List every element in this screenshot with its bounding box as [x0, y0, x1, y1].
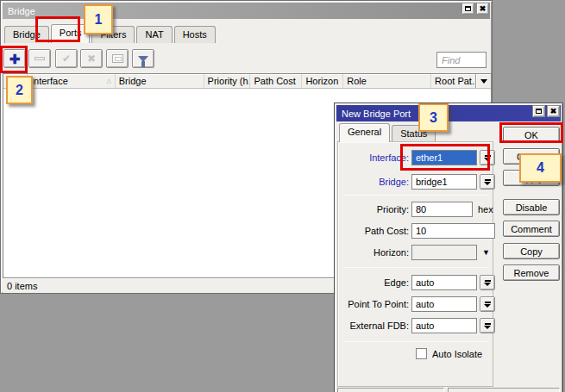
bridge-window-title: Bridge	[8, 6, 35, 16]
horizon-expand-arrow-icon[interactable]: ▼	[482, 248, 490, 257]
callout-3: 3	[418, 103, 449, 132]
interface-label: Interface:	[342, 152, 409, 163]
remove-button[interactable]	[28, 49, 51, 68]
dialog-titlebar[interactable]: New Bridge Port	[336, 105, 561, 121]
minus-icon	[35, 57, 45, 60]
auto-isolate-row: Auto Isolate	[342, 347, 557, 364]
tab-nat[interactable]: NAT	[136, 26, 172, 43]
callout-1: 1	[84, 4, 113, 34]
edge-label: Edge:	[342, 277, 409, 288]
annotation-rect-ports-tab	[35, 16, 80, 42]
dropdown-icon	[484, 302, 491, 308]
column-header-horizon[interactable]: Horizon	[302, 74, 343, 88]
priority-label: Priority:	[342, 204, 409, 215]
cross-icon: ✖	[87, 53, 96, 64]
dialog-close-button[interactable]: ✖	[547, 105, 560, 117]
disable-button[interactable]: Disable	[503, 199, 560, 215]
find-placeholder: Find	[442, 55, 460, 65]
path-cost-input[interactable]: 10	[411, 223, 495, 239]
annotation-rect-add-button	[0, 46, 28, 73]
remove-button[interactable]: Remove	[503, 264, 560, 281]
bridge-combo[interactable]: bridge1	[411, 174, 477, 190]
column-header-role[interactable]: Role	[343, 74, 431, 88]
comment-button[interactable]: Comment	[503, 221, 560, 237]
maximize-icon	[536, 109, 542, 114]
filter-funnel-icon	[138, 56, 148, 62]
tab-general[interactable]: General	[339, 123, 390, 142]
path-cost-label: Path Cost:	[342, 226, 409, 236]
column-header-root-path[interactable]: Root Pat...	[431, 74, 475, 88]
auto-isolate-checkbox[interactable]	[416, 348, 427, 359]
maximize-icon	[465, 6, 471, 11]
tab-hosts[interactable]: Hosts	[174, 26, 216, 43]
column-header-path-cost[interactable]: Path Cost	[250, 74, 302, 88]
field-row-external-fdb: External FDB: auto	[342, 318, 557, 335]
bridge-label: Bridge:	[342, 177, 409, 187]
priority-input[interactable]: 80	[411, 202, 473, 217]
dialog-title: New Bridge Port	[342, 109, 411, 119]
copy-button[interactable]: Copy	[503, 243, 560, 259]
column-header-priority[interactable]: Priority (h...	[204, 74, 251, 88]
find-input[interactable]: Find	[436, 52, 487, 68]
separator	[343, 341, 488, 342]
field-row-point-to-point: Point To Point: auto	[342, 296, 557, 314]
close-button[interactable]: ✖	[476, 3, 489, 15]
disable-button-toolbar[interactable]: ✖	[80, 49, 103, 68]
maximize-button[interactable]	[461, 3, 474, 15]
chevron-down-icon	[480, 79, 487, 84]
comment-button-toolbar[interactable]	[106, 49, 129, 68]
dropdown-icon	[484, 280, 491, 286]
dialog-status-strip-left	[337, 388, 444, 392]
item-count: 0 items	[7, 281, 37, 291]
annotation-rect-ok-button	[499, 122, 563, 143]
table-header-row: Interface △ Bridge Priority (h... Path C…	[3, 74, 491, 89]
edge-combo[interactable]: auto	[411, 275, 477, 290]
enable-button[interactable]: ✔	[55, 49, 78, 68]
filter-button[interactable]	[132, 49, 154, 68]
desktop-canvas: Bridge ✖ Bridge Ports Filters NAT Hosts …	[0, 0, 565, 392]
column-header-interface[interactable]: Interface △	[28, 74, 116, 88]
point-to-point-combo[interactable]: auto	[411, 296, 477, 312]
external-fdb-combo[interactable]: auto	[411, 318, 477, 333]
dropdown-icon	[484, 179, 491, 185]
external-fdb-dropdown-button[interactable]	[480, 318, 495, 333]
close-icon: ✖	[480, 5, 487, 13]
point-to-point-label: Point To Point:	[342, 299, 409, 309]
separator	[343, 195, 488, 196]
dropdown-icon	[484, 323, 491, 329]
edge-dropdown-button[interactable]	[480, 275, 495, 290]
callout-4: 4	[519, 153, 562, 183]
horizon-input[interactable]	[411, 245, 477, 260]
point-to-point-dropdown-button[interactable]	[480, 296, 495, 312]
horizon-label: Horizon:	[342, 247, 409, 258]
column-header-bridge[interactable]: Bridge	[116, 74, 204, 88]
annotation-rect-interface-combo	[400, 144, 490, 171]
auto-isolate-label: Auto Isolate	[432, 349, 482, 359]
priority-hex-suffix: hex	[478, 204, 493, 215]
separator	[343, 267, 488, 268]
dialog-status-strip-right	[448, 388, 560, 392]
close-icon: ✖	[550, 108, 557, 115]
external-fdb-label: External FDB:	[342, 320, 409, 331]
comment-card-icon	[112, 54, 123, 63]
column-chooser-button[interactable]	[475, 74, 491, 88]
sort-asc-icon: △	[106, 78, 110, 84]
callout-2: 2	[6, 76, 33, 104]
bridge-dropdown-button[interactable]	[480, 174, 495, 190]
check-icon: ✔	[62, 53, 71, 64]
dialog-maximize-button[interactable]	[532, 105, 545, 117]
